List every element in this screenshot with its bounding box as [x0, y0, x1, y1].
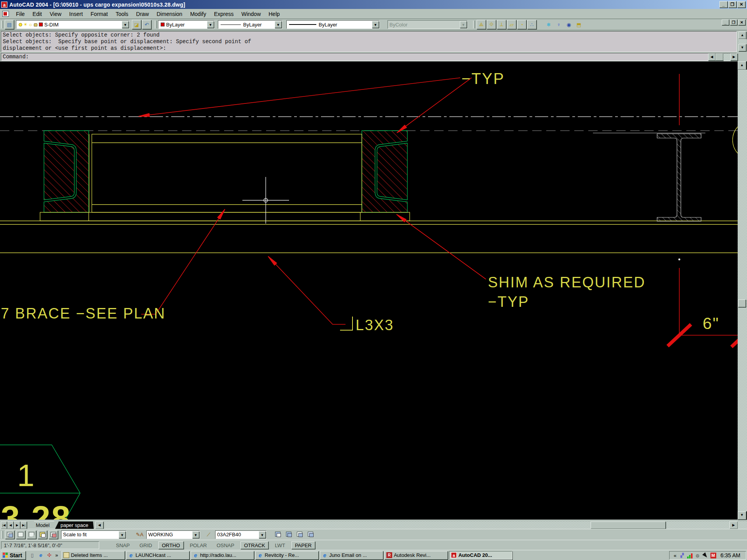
color-combo[interactable]: ByLayer ▼	[158, 20, 215, 29]
bulb-icon[interactable]: ♀	[554, 20, 563, 29]
last-tab-icon[interactable]: ▶|	[21, 522, 27, 529]
toolbar-grip[interactable]	[1, 21, 3, 28]
single-viewport-icon[interactable]	[16, 530, 25, 539]
convert-object-viewport-icon[interactable]	[38, 530, 47, 539]
task-button[interactable]: e Revitcity - Re...	[255, 551, 319, 560]
layers-dialog-icon[interactable]: ▤	[5, 20, 14, 29]
quick-launch-ie-icon[interactable]: e	[37, 552, 44, 559]
status-toggle-button[interactable]: OTRACK	[240, 541, 268, 549]
text-style-combo-arrow[interactable]: ▼	[192, 531, 199, 538]
menu-item[interactable]: Window	[237, 10, 265, 18]
task-button[interactable]: R Autodesk Revi...	[384, 551, 448, 560]
command-history[interactable]: Select objects: Specify opposite corner:…	[1, 31, 737, 52]
prev-tab-icon[interactable]: ◀	[7, 522, 14, 529]
drawing-hscrollbar[interactable]: ◀	[95, 522, 729, 529]
scroll-left-icon[interactable]: ◀	[708, 53, 715, 61]
minimize-button[interactable]: _	[719, 1, 728, 8]
menu-item[interactable]: View	[46, 10, 65, 18]
lineweight-combo-arrow[interactable]: ▼	[372, 21, 379, 28]
menu-item[interactable]: Dimension	[153, 10, 186, 18]
dim-tool-icon-1[interactable]: ⟁	[477, 20, 486, 29]
layer-tool-icon-2[interactable]: ◔	[517, 20, 526, 29]
make-layer-current-icon[interactable]: ◪	[132, 20, 141, 29]
scroll-down-icon[interactable]: ▼	[738, 511, 746, 520]
menu-item[interactable]: Edit	[29, 10, 46, 18]
hscroll-thumb[interactable]	[591, 522, 666, 529]
layer-combo-arrow[interactable]: ▼	[122, 21, 129, 28]
lineweight-combo[interactable]: ByLayer ▼	[286, 20, 380, 29]
task-button[interactable]: Deleted Items ...	[61, 551, 125, 560]
menu-item[interactable]: Modify	[186, 10, 210, 18]
dim-style-combo[interactable]: 03A2FB40 ▼	[215, 530, 267, 539]
scroll-right-icon[interactable]: ▶	[730, 53, 738, 61]
status-toggle-button[interactable]: OSNAP	[213, 541, 238, 549]
layer-combo[interactable]: ☀ ☼ S-DIM ▼	[16, 20, 130, 29]
drawing-canvas[interactable]: −TYP SHIM AS REQUIRED −TYP 7 BRACE −SEE …	[0, 61, 747, 520]
close-button[interactable]: ✕	[737, 1, 745, 8]
menu-item[interactable]: Insert	[65, 10, 87, 18]
tab-model[interactable]: Model	[30, 521, 55, 529]
vp-tool-icon-2[interactable]	[284, 530, 294, 539]
viewport-scale-combo[interactable]: Scale to fit ▼	[61, 530, 126, 539]
tray-chevron-icon[interactable]: «	[673, 553, 677, 558]
layer-previous-icon[interactable]: ↶	[142, 20, 151, 29]
menu-item[interactable]: Format	[87, 10, 112, 18]
tab-paper-space[interactable]: paper space	[55, 521, 94, 529]
status-toggle-button[interactable]: PAPER	[291, 541, 315, 549]
tray-app-icon[interactable]: ▞	[679, 553, 685, 558]
vp-tool-icon-3[interactable]	[295, 530, 305, 539]
quick-launch-desktop-icon[interactable]: ▯	[29, 552, 36, 559]
status-toggle-button[interactable]: ORTHO	[158, 541, 184, 549]
dim-tool-icon-2[interactable]: ⟐	[487, 20, 496, 29]
clip-viewport-icon[interactable]	[49, 530, 58, 539]
status-toggle-button[interactable]: LWT	[271, 541, 288, 549]
vp-tool-icon-1[interactable]	[274, 530, 283, 539]
vp-tool-icon-4[interactable]	[306, 530, 316, 539]
menu-item[interactable]: Draw	[132, 10, 153, 18]
padlock-icon[interactable]: ⬒	[574, 20, 584, 29]
command-input[interactable]: Command:	[1, 53, 737, 61]
lock-icon[interactable]: ◉	[564, 20, 573, 29]
command-hscrollbar[interactable]: ◀ ▶	[708, 53, 738, 61]
linetype-combo[interactable]: ByLayer ▼	[218, 20, 282, 29]
restore-button[interactable]: ❐	[728, 1, 736, 8]
command-vscrollbar[interactable]: ▲ ▼	[738, 32, 746, 52]
freeze-icon[interactable]: ❄	[544, 20, 553, 29]
autocad-app-icon[interactable]: a	[1, 2, 7, 8]
first-tab-icon[interactable]: |◀	[1, 522, 7, 529]
tray-meter-icon[interactable]	[687, 553, 693, 558]
dim-style-icon[interactable]: ⟋	[204, 530, 213, 539]
scroll-left-icon[interactable]: ◀	[95, 522, 103, 529]
status-toggle-button[interactable]: SNAP	[112, 541, 133, 549]
toolbar-grip[interactable]	[473, 21, 475, 28]
command-hscroll-thumb[interactable]	[715, 53, 723, 61]
menu-item[interactable]: Express	[210, 10, 238, 18]
task-button[interactable]: e LAUNCHcast ...	[126, 551, 189, 560]
menu-item[interactable]: Help	[265, 10, 284, 18]
layer-tool-icon-1[interactable]: ▱	[507, 20, 516, 29]
task-button[interactable]: e http://radio.lau...	[191, 551, 254, 560]
linetype-combo-arrow[interactable]: ▼	[275, 21, 282, 28]
scroll-right-icon[interactable]: ▶	[729, 522, 738, 529]
tray-volume-icon[interactable]: ◍	[695, 553, 701, 558]
taskbar-clock[interactable]: 6:35 AM	[718, 552, 743, 558]
dim-tool-icon-3[interactable]: ⟂	[497, 20, 506, 29]
scroll-up-icon[interactable]: ▲	[738, 61, 746, 70]
menu-item[interactable]: Tools	[112, 10, 132, 18]
status-toggle-button[interactable]: POLAR	[186, 541, 210, 549]
document-icon[interactable]	[2, 11, 9, 17]
chevron-more-icon[interactable]: »	[54, 552, 59, 558]
text-style-combo[interactable]: WORKING ▼	[146, 530, 200, 539]
next-tab-icon[interactable]: ▶	[14, 522, 20, 529]
drawing-svg[interactable]: −TYP SHIM AS REQUIRED −TYP 7 BRACE −SEE …	[0, 61, 738, 520]
dim-style-combo-arrow[interactable]: ▼	[259, 531, 266, 538]
text-style-icon[interactable]: ✎A	[135, 530, 144, 539]
display-viewports-dialog-icon[interactable]	[5, 530, 14, 539]
task-button[interactable]: e Juno Email on ...	[320, 551, 383, 560]
layer-tool-icon-3[interactable]: ∴	[527, 20, 537, 29]
tray-pointer-icon[interactable]	[703, 553, 708, 558]
polygonal-viewport-icon[interactable]	[27, 530, 36, 539]
vscroll-thumb[interactable]	[738, 299, 746, 307]
scroll-up-icon[interactable]: ▲	[738, 32, 746, 39]
toolbar-grip[interactable]	[155, 21, 157, 28]
